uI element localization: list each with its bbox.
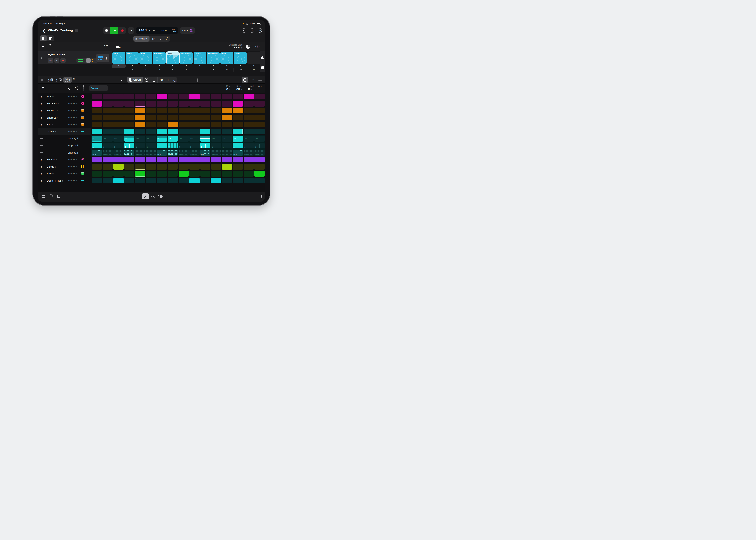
step-cell[interactable]: 34: [146, 136, 156, 142]
step-cell[interactable]: 1: [124, 143, 134, 149]
step-cell[interactable]: [200, 108, 210, 114]
step-cell[interactable]: [222, 171, 232, 177]
step-cell[interactable]: [222, 115, 232, 120]
row-mode-label[interactable]: On/Off: [68, 179, 75, 182]
step-cell[interactable]: [103, 129, 113, 134]
row-header-hihat[interactable]: ⌄Hi-Hat⇵On/Off⇵: [38, 128, 91, 135]
row-header-snare1[interactable]: ❯Snare 1⇵On/Off⇵: [38, 107, 91, 114]
step-cell[interactable]: [113, 115, 124, 120]
step-cell[interactable]: 5: [179, 143, 189, 149]
expand-chevron-icon[interactable]: ❯: [40, 123, 42, 126]
step-cell[interactable]: [200, 115, 210, 120]
expand-chevron-icon[interactable]: ❯: [40, 158, 42, 161]
section-slot-number[interactable]: 10: [233, 68, 247, 72]
step-cell[interactable]: [157, 171, 167, 177]
rows-view-button[interactable]: [47, 36, 54, 41]
key-control[interactable]: Key C ⇵: [226, 85, 230, 91]
section-queue-chevron[interactable]: ⌃: [126, 65, 139, 68]
step-cell[interactable]: [211, 101, 221, 106]
step-cell[interactable]: [168, 122, 178, 128]
step-cell[interactable]: [189, 164, 199, 170]
section-card[interactable]: Breakdown: [153, 52, 166, 64]
step-cell[interactable]: 100: [135, 136, 145, 142]
section-card[interactable]: Outro: [234, 52, 247, 64]
step-cell[interactable]: 2: [146, 143, 156, 149]
step-cell[interactable]: 1: [211, 143, 221, 149]
step-cell[interactable]: [124, 122, 134, 128]
volume-knob[interactable]: [86, 58, 91, 63]
step-cell[interactable]: [189, 171, 199, 177]
step-cell[interactable]: [135, 178, 145, 184]
row-header-repeat[interactable]: •••Repeat⇵: [38, 142, 91, 149]
step-cell[interactable]: [222, 94, 232, 100]
quantize-pie-icon[interactable]: [246, 45, 250, 49]
step-cell[interactable]: [254, 108, 265, 114]
step-cell[interactable]: 100%: [189, 150, 199, 156]
track-more-button[interactable]: •••: [104, 44, 108, 48]
step-cell[interactable]: 100: [168, 136, 178, 142]
expand-chevron-icon[interactable]: ❯: [40, 109, 42, 112]
instrument-button[interactable]: ❯: [96, 54, 109, 62]
step-cell[interactable]: 1: [244, 143, 254, 149]
midi-in-icon[interactable]: ❯: [56, 77, 62, 83]
step-cell[interactable]: 1: [233, 143, 243, 149]
step-cell[interactable]: [157, 122, 167, 128]
step-cell[interactable]: [189, 101, 199, 106]
step-cell[interactable]: [189, 129, 199, 134]
step-cell[interactable]: [233, 101, 243, 106]
step-cell[interactable]: [103, 101, 113, 106]
step-cell[interactable]: [222, 101, 232, 106]
step-cell[interactable]: [168, 157, 178, 163]
step-cell[interactable]: [135, 157, 145, 163]
step-cell[interactable]: [200, 171, 210, 177]
step-cell[interactable]: [146, 171, 156, 177]
instrument-chevron-icon[interactable]: ❯: [104, 56, 108, 60]
step-cell[interactable]: [113, 171, 124, 177]
step-advance-button[interactable]: ∣▷: [150, 36, 158, 42]
step-cell[interactable]: 100%: [146, 150, 156, 156]
undo-history-icon[interactable]: ⟲: [242, 28, 246, 33]
selection-mode-button[interactable]: [193, 77, 198, 82]
section-card[interactable]: Verse: [167, 52, 179, 64]
step-cell[interactable]: [244, 122, 254, 128]
step-cell[interactable]: 75%: [200, 150, 210, 156]
step-cell[interactable]: [233, 115, 243, 120]
step-cell[interactable]: [179, 101, 189, 106]
step-cell[interactable]: 1: [135, 143, 145, 149]
step-cell[interactable]: [222, 164, 232, 170]
step-cell[interactable]: [92, 171, 102, 177]
step-cell[interactable]: [92, 178, 102, 184]
step-cell[interactable]: [92, 108, 102, 114]
step-cell[interactable]: [244, 94, 254, 100]
step-cell[interactable]: 68: [157, 136, 167, 142]
onoff-mode-button[interactable]: On/Off: [127, 77, 143, 83]
tie-mode-button[interactable]: (♦): [158, 77, 165, 83]
step-cell[interactable]: 100%: [179, 150, 189, 156]
step-cell[interactable]: [168, 115, 178, 120]
step-cell[interactable]: [146, 122, 156, 128]
step-cell[interactable]: [179, 94, 189, 100]
expand-horizontal-icon[interactable]: ◁▷: [255, 45, 260, 48]
step-cell[interactable]: [189, 94, 199, 100]
drag-handle-icon[interactable]: [259, 79, 262, 80]
step-cell[interactable]: [244, 171, 254, 177]
step-cell[interactable]: [135, 108, 145, 114]
step-cell[interactable]: [146, 108, 156, 114]
step-cell[interactable]: [200, 129, 210, 134]
info-icon[interactable]: i: [49, 194, 53, 198]
step-cell[interactable]: [233, 129, 243, 134]
expand-chevron-icon[interactable]: ❯: [40, 172, 42, 175]
step-cell[interactable]: [135, 129, 145, 134]
step-cell[interactable]: [124, 171, 134, 177]
record-enable-button[interactable]: R: [61, 58, 66, 63]
step-cell[interactable]: [135, 171, 145, 177]
step-cell[interactable]: [189, 157, 199, 163]
step-cell[interactable]: [113, 122, 124, 128]
level-meter-knob[interactable]: [76, 58, 98, 63]
step-cell[interactable]: 100%: [211, 150, 221, 156]
step-cell[interactable]: [103, 94, 113, 100]
speaker-mute-icon[interactable]: [41, 77, 45, 83]
section-slot-number[interactable]: 5: [166, 68, 180, 72]
section-slot-number[interactable]: 7: [193, 68, 207, 72]
step-cell[interactable]: [179, 108, 189, 114]
